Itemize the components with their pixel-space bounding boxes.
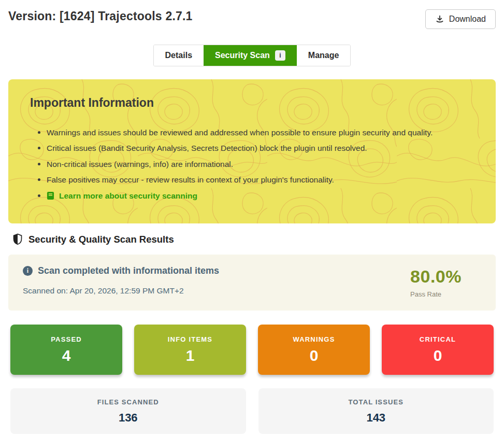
tab-bar: Details Security Scan i Manage bbox=[153, 45, 351, 66]
scan-timestamp: Scanned on: Apr 20, 2026, 12:59 PM GMT+2 bbox=[23, 286, 219, 296]
pass-rate-block: 80.0% Pass Rate bbox=[410, 266, 462, 298]
total-value-total-issues: 143 bbox=[366, 411, 385, 425]
pass-rate-value: 80.0% bbox=[410, 266, 462, 287]
total-value-files-scanned: 136 bbox=[119, 411, 138, 425]
scan-status-row: i Scan completed with informational item… bbox=[23, 265, 219, 276]
info-bullet-learn-more: Learn more about security scanning bbox=[47, 191, 481, 203]
stat-value-warnings: 0 bbox=[310, 347, 319, 364]
tab-details[interactable]: Details bbox=[154, 45, 204, 66]
info-circle-icon: i bbox=[23, 266, 33, 276]
scan-results-header: Security & Quality Scan Results bbox=[8, 233, 496, 245]
stat-card-critical: CRITICAL 0 bbox=[382, 325, 494, 375]
stat-card-passed: PASSED 4 bbox=[10, 325, 122, 375]
important-information-title: Important Information bbox=[30, 96, 481, 110]
total-label-total-issues: TOTAL ISSUES bbox=[349, 398, 404, 406]
pass-rate-label: Pass Rate bbox=[410, 290, 462, 298]
scan-results-title: Security & Quality Scan Results bbox=[28, 234, 174, 245]
info-bullet-critical: Critical issues (Bandit Security Analysi… bbox=[47, 143, 481, 153]
page-header: Version: [1624] Trajectools 2.7.1 Downlo… bbox=[8, 0, 496, 29]
total-card-files-scanned: FILES SCANNED 136 bbox=[10, 388, 246, 434]
tab-bar-container: Details Security Scan i Manage bbox=[8, 45, 496, 66]
download-icon bbox=[435, 15, 444, 24]
stat-value-info-items: 1 bbox=[186, 347, 195, 364]
important-information-list: Warnings and issues should be reviewed a… bbox=[47, 128, 481, 202]
stat-card-warnings: WARNINGS 0 bbox=[258, 325, 370, 375]
total-card-total-issues: TOTAL ISSUES 143 bbox=[258, 388, 494, 434]
stat-value-passed: 4 bbox=[62, 347, 71, 364]
scan-status-text: Scan completed with informational items bbox=[38, 265, 219, 276]
tab-security-scan-label: Security Scan bbox=[215, 51, 270, 60]
page-title: Version: [1624] Trajectools 2.7.1 bbox=[8, 9, 193, 23]
stat-label-passed: PASSED bbox=[51, 335, 82, 343]
tab-security-scan[interactable]: Security Scan i bbox=[204, 45, 297, 66]
download-button-label: Download bbox=[449, 15, 486, 24]
totals-row: FILES SCANNED 136 TOTAL ISSUES 143 bbox=[10, 388, 494, 434]
tab-manage[interactable]: Manage bbox=[297, 45, 351, 66]
shield-icon bbox=[12, 233, 23, 245]
stat-card-info-items: INFO ITEMS 1 bbox=[134, 325, 246, 375]
stat-label-info-items: INFO ITEMS bbox=[168, 335, 212, 343]
learn-more-link-label: Learn more about security scanning bbox=[59, 191, 197, 201]
tab-manage-label: Manage bbox=[308, 51, 339, 60]
info-bullet-warnings: Warnings and issues should be reviewed a… bbox=[47, 128, 481, 137]
important-information-panel: Important Information Warnings and issue… bbox=[8, 79, 496, 223]
scan-summary-left: i Scan completed with informational item… bbox=[23, 265, 219, 296]
scan-summary-panel: i Scan completed with informational item… bbox=[8, 255, 496, 311]
info-bullet-false-positives: False positives may occur - review resul… bbox=[47, 175, 481, 185]
total-label-files-scanned: FILES SCANNED bbox=[97, 398, 159, 406]
learn-more-link[interactable]: Learn more about security scanning bbox=[47, 191, 197, 201]
info-badge: i bbox=[275, 50, 285, 61]
book-icon bbox=[47, 191, 54, 200]
info-bullet-noncritical: Non-critical issues (warnings, info) are… bbox=[47, 159, 481, 169]
stat-card-row: PASSED 4 INFO ITEMS 1 WARNINGS 0 CRITICA… bbox=[10, 325, 494, 375]
tab-details-label: Details bbox=[165, 51, 192, 60]
stat-value-critical: 0 bbox=[434, 347, 442, 364]
stat-label-warnings: WARNINGS bbox=[293, 335, 335, 343]
stat-label-critical: CRITICAL bbox=[420, 335, 456, 343]
download-button[interactable]: Download bbox=[425, 9, 496, 29]
